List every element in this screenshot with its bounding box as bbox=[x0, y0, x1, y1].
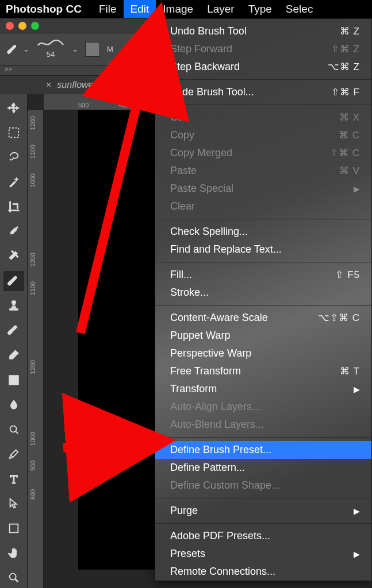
tool-eraser[interactable] bbox=[3, 345, 24, 365]
menu-selec[interactable]: Selec bbox=[279, 0, 320, 18]
tool-brush[interactable] bbox=[3, 271, 24, 291]
menu-edit[interactable]: Edit bbox=[124, 0, 156, 18]
menu-item-label: Define Custom Shape... bbox=[170, 479, 280, 492]
menu-item-puppet-warp[interactable]: Puppet Warp bbox=[155, 327, 371, 345]
lasso-icon bbox=[7, 151, 20, 164]
document-tab-title[interactable]: sunflower-3292 bbox=[57, 80, 120, 90]
maximize-window-icon[interactable] bbox=[31, 22, 39, 30]
history-brush-icon bbox=[7, 324, 20, 336]
menu-item-fade-brush-tool[interactable]: Fade Brush Tool...⇧⌘ F bbox=[155, 83, 371, 101]
tool-blur[interactable] bbox=[3, 394, 24, 415]
menu-shortcut: ⌘ T bbox=[340, 365, 360, 377]
brush-icon bbox=[7, 274, 20, 287]
menu-type[interactable]: Type bbox=[241, 0, 279, 18]
blur-icon bbox=[7, 399, 20, 411]
brush-preset-picker[interactable]: 54 bbox=[36, 39, 65, 60]
tool-zoom[interactable] bbox=[3, 568, 24, 588]
menu-item-paste: Paste⌘ V bbox=[155, 162, 371, 180]
menu-separator bbox=[155, 523, 371, 524]
menu-item-paste-special: Paste Special▶ bbox=[155, 180, 371, 198]
menu-item-free-transform[interactable]: Free Transform⌘ T bbox=[155, 362, 371, 380]
menu-item-step-forward: Step Forward⇧⌘ Z bbox=[155, 40, 371, 58]
menu-item-stroke[interactable]: Stroke... bbox=[155, 284, 371, 301]
tool-pen[interactable] bbox=[3, 444, 24, 464]
svg-point-4 bbox=[9, 574, 16, 580]
menu-layer[interactable]: Layer bbox=[200, 0, 241, 18]
menu-item-label: Paste Special bbox=[170, 183, 233, 195]
chevron-down-icon: ⌄ bbox=[72, 45, 78, 53]
menu-item-find-and-replace-text[interactable]: Find and Replace Text... bbox=[155, 241, 371, 258]
magic-wand-icon bbox=[7, 176, 20, 188]
tool-rectangle[interactable] bbox=[3, 519, 24, 539]
close-window-icon[interactable] bbox=[6, 22, 14, 30]
tool-path-select[interactable] bbox=[3, 494, 24, 514]
menu-item-check-spelling[interactable]: Check Spelling... bbox=[155, 223, 371, 241]
gradient-icon bbox=[7, 374, 20, 386]
tool-lasso[interactable] bbox=[3, 147, 24, 167]
menu-item-label: Transform bbox=[170, 383, 217, 395]
menu-item-label: Stroke... bbox=[170, 287, 209, 299]
ruler-tick: 1200 bbox=[29, 360, 36, 374]
tool-gradient[interactable] bbox=[3, 370, 24, 390]
move-icon bbox=[7, 102, 20, 114]
minimize-window-icon[interactable] bbox=[18, 22, 26, 30]
menu-item-label: Free Transform bbox=[170, 365, 241, 377]
tool-magic-wand[interactable] bbox=[3, 172, 24, 192]
menu-item-auto-align-layers: Auto-Align Layers... bbox=[155, 398, 371, 416]
dodge-icon bbox=[7, 423, 20, 436]
menu-item-label: Auto-Align Layers... bbox=[170, 401, 260, 413]
menu-item-define-brush-preset[interactable]: Define Brush Preset... bbox=[155, 441, 371, 459]
menu-shortcut: ⌘ Z bbox=[340, 25, 360, 37]
menu-item-label: Copy bbox=[170, 129, 194, 141]
mode-label: M bbox=[107, 45, 113, 53]
menu-separator bbox=[155, 79, 371, 80]
tool-healing[interactable] bbox=[3, 246, 24, 266]
ruler-tick: 900 bbox=[29, 461, 36, 471]
menu-item-define-pattern[interactable]: Define Pattern... bbox=[155, 459, 371, 477]
brush-panel-toggle[interactable] bbox=[85, 42, 100, 57]
menu-item-undo-brush-tool[interactable]: Undo Brush Tool⌘ Z bbox=[155, 22, 371, 40]
tool-preset-picker[interactable]: ⌄ bbox=[7, 43, 29, 56]
close-tab-button[interactable]: × bbox=[46, 80, 51, 90]
menu-item-label: Cut bbox=[170, 111, 186, 123]
menu-item-define-custom-shape: Define Custom Shape... bbox=[155, 477, 371, 494]
menu-item-label: Copy Merged bbox=[170, 147, 232, 159]
menu-item-perspective-warp[interactable]: Perspective Warp bbox=[155, 345, 371, 362]
menu-image[interactable]: Image bbox=[156, 0, 200, 18]
ruler-tick: 1100 bbox=[29, 145, 36, 158]
stamp-icon bbox=[7, 299, 20, 312]
menu-item-purge[interactable]: Purge▶ bbox=[155, 502, 371, 520]
menu-shortcut: ⌘ X bbox=[339, 111, 360, 123]
svg-rect-1 bbox=[9, 375, 18, 385]
tool-stamp[interactable] bbox=[3, 296, 24, 316]
crop-icon bbox=[7, 200, 20, 213]
menu-item-label: Step Backward bbox=[170, 61, 240, 73]
path-select-icon bbox=[7, 497, 20, 510]
menu-item-adobe-pdf-presets[interactable]: Adobe PDF Presets... bbox=[155, 527, 371, 545]
tool-marquee[interactable] bbox=[3, 122, 24, 142]
submenu-arrow-icon: ▶ bbox=[354, 184, 360, 194]
menu-item-step-backward[interactable]: Step Backward⌥⌘ Z bbox=[155, 58, 371, 76]
menu-item-remote-connections[interactable]: Remote Connections... bbox=[155, 563, 371, 581]
ruler-tick: 1200 bbox=[29, 116, 36, 130]
rectangle-icon bbox=[7, 522, 20, 535]
menu-item-presets[interactable]: Presets▶ bbox=[155, 545, 371, 563]
ruler-tick: 1200 bbox=[29, 253, 36, 266]
tool-crop[interactable] bbox=[3, 196, 24, 216]
menu-item-fill[interactable]: Fill...⇧ F5 bbox=[155, 266, 371, 284]
tool-dodge[interactable] bbox=[3, 419, 24, 439]
type-icon bbox=[7, 473, 20, 485]
tool-move[interactable] bbox=[3, 98, 24, 118]
menu-item-transform[interactable]: Transform▶ bbox=[155, 380, 371, 398]
menu-item-copy: Copy⌘ C bbox=[155, 126, 371, 144]
tool-eyedropper[interactable] bbox=[3, 221, 24, 241]
menu-shortcut: ⇧ F5 bbox=[335, 269, 360, 281]
tool-type[interactable] bbox=[3, 469, 24, 489]
toolbox bbox=[0, 94, 28, 588]
ruler-tick: 500 bbox=[78, 102, 89, 109]
tool-hand[interactable] bbox=[3, 543, 24, 563]
menu-item-content-aware-scale[interactable]: Content-Aware Scale⌥⇧⌘ C bbox=[155, 309, 371, 327]
menu-file[interactable]: File bbox=[92, 0, 124, 18]
tool-history-brush[interactable] bbox=[3, 320, 24, 341]
submenu-arrow-icon: ▶ bbox=[354, 506, 360, 516]
